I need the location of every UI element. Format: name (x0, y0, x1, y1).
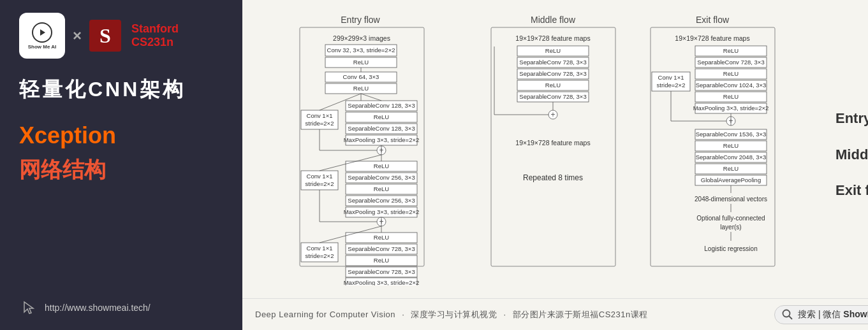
svg-text:SeparableConv 728, 3×3: SeparableConv 728, 3×3 (348, 245, 415, 252)
main-content: 299×299×3 images Conv 32, 3×3, stride=2×… (242, 0, 868, 330)
svg-line-129 (789, 316, 792, 319)
caption-part3: 部分图片来源于斯坦福CS231n课程 (513, 310, 648, 319)
svg-text:SeparableConv 728, 3×3: SeparableConv 728, 3×3 (519, 70, 586, 77)
search-badge[interactable]: 搜索 | 微信 ShowMeAI 研究中心 (774, 305, 868, 324)
svg-text:SeparableConv 728, 3×3: SeparableConv 728, 3×3 (519, 59, 586, 66)
svg-text:19×19×728 feature maps: 19×19×728 feature maps (515, 139, 590, 147)
svg-text:ReLU: ReLU (353, 85, 369, 92)
svg-text:Conv 32, 3×3, stride=2×2: Conv 32, 3×3, stride=2×2 (327, 47, 395, 54)
svg-text:Middle flow: Middle flow (531, 15, 576, 25)
bottom-bar: Deep Learning for Computer Vision · 深度学习… (242, 298, 868, 330)
subtitle-xception: Xception (19, 122, 223, 149)
stanford-logo: S Stanford CS231n (89, 20, 179, 52)
svg-text:ReLU: ReLU (723, 165, 739, 172)
svg-text:Conv 1×1: Conv 1×1 (658, 74, 684, 81)
svg-text:ReLU: ReLU (353, 59, 369, 66)
svg-text:ReLU: ReLU (723, 93, 739, 100)
svg-text:299×299×3 images: 299×299×3 images (333, 34, 390, 42)
logo-play-icon (40, 29, 45, 36)
svg-point-128 (783, 310, 790, 317)
svg-text:stride=2×2: stride=2×2 (657, 82, 686, 89)
svg-text:2048-dimensional vectors: 2048-dimensional vectors (695, 196, 767, 203)
svg-text:ReLU: ReLU (723, 47, 739, 54)
svg-line-27 (361, 94, 381, 101)
svg-text:stride=2×2: stride=2×2 (305, 180, 334, 187)
svg-text:Conv 1×1: Conv 1×1 (307, 173, 333, 180)
svg-text:stride=2×2: stride=2×2 (305, 252, 334, 259)
right-legend: Entry flow Middle flow Exit flow (823, 11, 868, 298)
sidebar: Show Me AI × S Stanford CS231n 轻量化CNN架构 … (0, 0, 242, 330)
svg-text:ReLU: ReLU (374, 113, 389, 120)
subtitle-network: 网络结构 (19, 155, 223, 185)
showmeai-logo: Show Me AI (19, 13, 65, 59)
diagram-area: 299×299×3 images Conv 32, 3×3, stride=2×… (242, 0, 868, 298)
main-title: 轻量化CNN架构 (19, 76, 223, 103)
svg-text:ReLU: ReLU (374, 185, 389, 192)
search-prefix: 搜索 | 微信 (798, 309, 843, 319)
svg-text:Conv 64, 3×3: Conv 64, 3×3 (343, 73, 379, 80)
svg-text:19×19×728 feature maps: 19×19×728 feature maps (675, 34, 749, 42)
xception-diagram: 299×299×3 images Conv 32, 3×3, stride=2×… (249, 11, 816, 285)
stanford-line1: Stanford (131, 22, 179, 36)
svg-text:SeparableConv 728, 3×3: SeparableConv 728, 3×3 (348, 268, 415, 275)
svg-text:stride=2×2: stride=2×2 (305, 120, 334, 127)
search-brand: ShowMeAI 研究中心 (843, 309, 868, 319)
svg-text:SeparableConv 2048, 3×3: SeparableConv 2048, 3×3 (696, 154, 767, 161)
svg-text:SeparableConv 728, 3×3: SeparableConv 728, 3×3 (519, 93, 586, 100)
legend-exit-flow: Exit flow (835, 182, 868, 199)
svg-text:Optional fully-connected: Optional fully-connected (696, 215, 765, 222)
svg-text:SeparableConv 728, 3×3: SeparableConv 728, 3×3 (697, 59, 764, 66)
svg-text:ReLU: ReLU (723, 142, 739, 149)
caption-part2: 深度学习与计算机视觉 (411, 310, 497, 319)
svg-text:SeparableConv 128, 3×3: SeparableConv 128, 3×3 (348, 102, 415, 109)
logo-icon-circle (32, 22, 52, 43)
bottom-caption: Deep Learning for Computer Vision · 深度学习… (255, 309, 648, 320)
svg-text:SeparableConv 1536, 3×3: SeparableConv 1536, 3×3 (696, 131, 767, 138)
svg-text:SeparableConv 256, 3×3: SeparableConv 256, 3×3 (348, 174, 415, 181)
svg-text:Conv 1×1: Conv 1×1 (307, 112, 333, 119)
website-row: http://www.showmeai.tech/ (19, 298, 223, 317)
svg-text:MaxPooling 3×3, stride=2×2: MaxPooling 3×3, stride=2×2 (344, 208, 420, 215)
caption-dot2: · (504, 310, 506, 319)
svg-text:layer(s): layer(s) (720, 224, 741, 231)
svg-text:MaxPooling 3×3, stride=2×2: MaxPooling 3×3, stride=2×2 (693, 104, 769, 111)
svg-text:Repeated 8 times: Repeated 8 times (523, 173, 583, 182)
svg-text:Exit flow: Exit flow (696, 15, 730, 25)
stanford-line2: CS231n (131, 36, 179, 49)
search-icon (781, 308, 794, 321)
stanford-s-letter: S (89, 20, 121, 52)
legend-entry-flow: Entry flow (835, 110, 868, 127)
svg-text:Logistic regression: Logistic regression (704, 245, 757, 252)
website-url: http://www.showmeai.tech/ (45, 303, 151, 313)
diagram-svg-container: 299×299×3 images Conv 32, 3×3, stride=2×… (242, 11, 823, 298)
svg-text:MaxPooling 3×3, stride=2×2: MaxPooling 3×3, stride=2×2 (344, 136, 420, 143)
svg-text:ReLU: ReLU (374, 257, 389, 264)
svg-text:MaxPooling 3×3, stride=2×2: MaxPooling 3×3, stride=2×2 (344, 279, 420, 285)
svg-text:ReLU: ReLU (374, 234, 389, 241)
legend-middle-flow: Middle flow (835, 147, 868, 163)
svg-text:Entry flow: Entry flow (341, 15, 380, 25)
svg-text:SeparableConv 1024, 3×3: SeparableConv 1024, 3×3 (696, 82, 767, 89)
x-separator: × (73, 27, 82, 45)
svg-text:Conv 1×1: Conv 1×1 (307, 245, 333, 252)
website-icon (19, 298, 38, 317)
search-text: 搜索 | 微信 ShowMeAI 研究中心 (798, 309, 868, 320)
svg-text:19×19×728 feature maps: 19×19×728 feature maps (515, 34, 590, 42)
caption-dot1: · (402, 310, 404, 319)
svg-text:ReLU: ReLU (374, 162, 389, 169)
svg-text:+: + (550, 110, 555, 119)
logo-text: Show Me AI (28, 44, 57, 50)
svg-text:GlobalAveragePooling: GlobalAveragePooling (701, 176, 761, 183)
svg-text:SeparableConv 128, 3×3: SeparableConv 128, 3×3 (348, 125, 415, 132)
caption-part1: Deep Learning for Computer Vision (255, 310, 395, 319)
svg-text:ReLU: ReLU (545, 82, 561, 89)
svg-text:ReLU: ReLU (545, 47, 561, 54)
svg-text:ReLU: ReLU (723, 70, 739, 77)
svg-text:SeparableConv 256, 3×3: SeparableConv 256, 3×3 (348, 197, 415, 204)
logo-area: Show Me AI × S Stanford CS231n (19, 13, 223, 59)
